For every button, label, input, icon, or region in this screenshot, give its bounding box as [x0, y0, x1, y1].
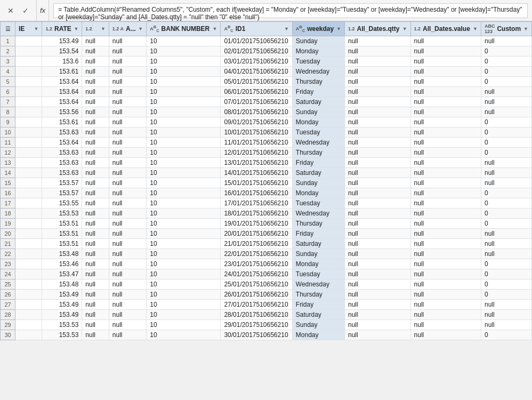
- cell-ie: [15, 188, 42, 198]
- sort-icon-weekday[interactable]: ▼: [336, 26, 341, 31]
- col-header-alldatesval[interactable]: 1.2 All_Dates.value ▼: [410, 22, 481, 36]
- col-header-custom[interactable]: ABC123 Custom ▼: [481, 22, 531, 36]
- cell-alldatesval: null: [410, 279, 481, 290]
- cell-col3: null: [82, 67, 109, 77]
- cell-alldatesqty: null: [345, 290, 411, 300]
- cell-custom: null: [481, 300, 531, 310]
- table-row: 13153.63nullnull1013/01/2017510656210Fri…: [1, 158, 532, 168]
- sort-icon-alldatesval[interactable]: ▼: [473, 26, 478, 31]
- cell-rate: 153.53: [42, 320, 82, 330]
- cell-col4: null: [109, 138, 146, 148]
- cell-weekday: Wednesday: [292, 209, 344, 219]
- cell-col3: null: [82, 77, 109, 87]
- sort-icon-alldatesqty[interactable]: ▼: [402, 26, 407, 31]
- sort-icon-custom[interactable]: ▼: [523, 26, 528, 31]
- cell-col3: null: [82, 178, 109, 188]
- sort-icon-ie[interactable]: ▼: [34, 26, 39, 31]
- cell-rate: 153.6: [42, 57, 82, 67]
- cell-rate: 153.51: [42, 239, 82, 249]
- cell-alldatesval: null: [410, 178, 481, 188]
- cell-rate: 153.53: [42, 330, 82, 340]
- cell-weekday: Tuesday: [292, 57, 344, 67]
- sort-icon-c4[interactable]: ▼: [138, 26, 143, 31]
- cell-banknum: 10: [147, 279, 221, 290]
- cell-custom: null: [481, 168, 531, 178]
- cell-col4: null: [109, 107, 146, 117]
- cell-alldatesval: null: [410, 97, 481, 107]
- cell-banknum: 10: [147, 127, 221, 138]
- cell-col4: null: [109, 67, 146, 77]
- cell-id1: 13/01/2017510656210: [221, 158, 292, 168]
- cell-col4: null: [109, 259, 146, 269]
- cell-banknum: 10: [147, 36, 221, 46]
- cell-col3: null: [82, 219, 109, 229]
- cell-col4: null: [109, 249, 146, 259]
- row-number: 17: [1, 198, 15, 209]
- col-header-id1[interactable]: ABC ID1 ▼: [221, 22, 292, 36]
- col-header-weekday[interactable]: ABC weekday ▼: [292, 22, 344, 36]
- sort-icon-c3[interactable]: ▼: [101, 26, 106, 31]
- table-row: 19153.51nullnull1019/01/2017510656210Thu…: [1, 219, 532, 229]
- row-number: 11: [1, 138, 15, 148]
- cell-weekday: Monday: [292, 188, 344, 198]
- cell-rate: 153.53: [42, 209, 82, 219]
- row-number: 4: [1, 67, 15, 77]
- sort-icon-banknum[interactable]: ▼: [213, 26, 217, 31]
- table-row: 25153.48nullnull1025/01/2017510656210Wed…: [1, 279, 532, 290]
- cell-alldatesval: null: [410, 87, 481, 97]
- cell-weekday: Thursday: [292, 219, 344, 229]
- cell-custom: 0: [481, 46, 531, 57]
- formula-bar[interactable]: = Table.AddColumn(#"Renamed Columns5", "…: [53, 3, 528, 18]
- cell-ie: [15, 249, 42, 259]
- cell-weekday: Tuesday: [292, 198, 344, 209]
- cell-ie: [15, 97, 42, 107]
- cell-ie: [15, 239, 42, 249]
- cell-alldatesval: null: [410, 209, 481, 219]
- row-number: 23: [1, 259, 15, 269]
- col-header-rate[interactable]: 1.2 RATE ▼: [42, 22, 82, 36]
- cell-alldatesval: null: [410, 188, 481, 198]
- cell-custom: 0: [481, 188, 531, 198]
- check-button[interactable]: ✓: [19, 4, 32, 17]
- cell-col4: null: [109, 219, 146, 229]
- cell-alldatesval: null: [410, 198, 481, 209]
- table-row: 8153.56nullnull1008/01/2017510656210Sund…: [1, 107, 532, 117]
- table-row: 18153.53nullnull1018/01/2017510656210Wed…: [1, 209, 532, 219]
- cell-weekday: Thursday: [292, 290, 344, 300]
- cell-rate: 153.51: [42, 219, 82, 229]
- cell-ie: [15, 46, 42, 57]
- cell-col4: null: [109, 158, 146, 168]
- cell-col3: null: [82, 117, 109, 127]
- cell-alldatesval: null: [410, 330, 481, 340]
- col-header-c4[interactable]: 1.2 A A... ▼: [109, 22, 146, 36]
- row-number: 21: [1, 239, 15, 249]
- cell-banknum: 10: [147, 158, 221, 168]
- close-button[interactable]: ✕: [4, 4, 17, 17]
- cell-weekday: Wednesday: [292, 138, 344, 148]
- col-header-banknum[interactable]: ABC BANK NUMBER ▼: [147, 22, 221, 36]
- cell-custom: 0: [481, 67, 531, 77]
- cell-alldatesqty: null: [345, 188, 411, 198]
- cell-col3: null: [82, 300, 109, 310]
- row-number: 9: [1, 117, 15, 127]
- cell-alldatesqty: null: [345, 279, 411, 290]
- cell-custom: null: [481, 97, 531, 107]
- cell-alldatesval: null: [410, 127, 481, 138]
- sort-icon-id1[interactable]: ▼: [284, 26, 289, 31]
- col-header-c3[interactable]: 1.2 ▼: [82, 22, 109, 36]
- cell-col4: null: [109, 57, 146, 67]
- sort-icon-rate[interactable]: ▼: [74, 26, 78, 31]
- cell-alldatesval: null: [410, 168, 481, 178]
- table-row: 7153.64nullnull1007/01/2017510656210Satu…: [1, 97, 532, 107]
- cell-weekday: Saturday: [292, 168, 344, 178]
- col-header-ie[interactable]: IE ▼: [15, 22, 42, 36]
- cell-alldatesval: null: [410, 107, 481, 117]
- cell-id1: 14/01/2017510656210: [221, 168, 292, 178]
- cell-col3: null: [82, 249, 109, 259]
- table-row: 22153.48nullnull1022/01/2017510656210Sun…: [1, 249, 532, 259]
- cell-id1: 29/01/2017510656210: [221, 320, 292, 330]
- row-number: 1: [1, 36, 15, 46]
- cell-col4: null: [109, 36, 146, 46]
- col-header-alldatesqty[interactable]: 1.2 All_Dates.qtty ▼: [345, 22, 411, 36]
- filter-icon[interactable]: ☰: [5, 26, 11, 33]
